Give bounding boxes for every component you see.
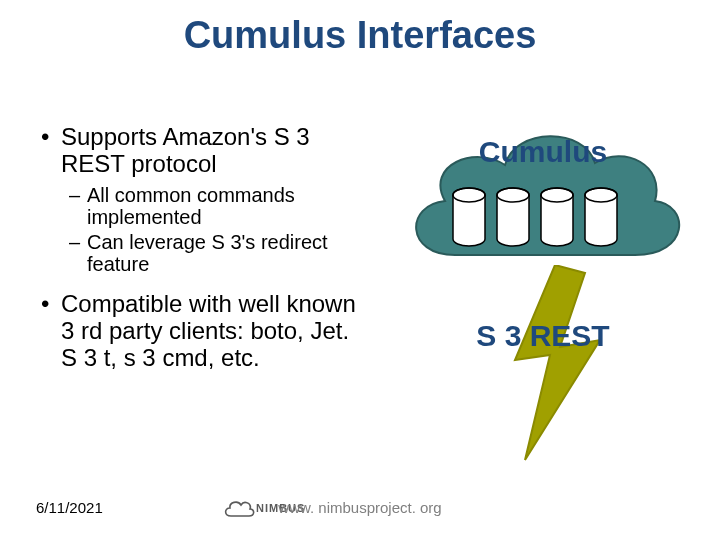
spacer bbox=[35, 277, 365, 291]
cylinder-icon bbox=[583, 187, 619, 247]
slide: Cumulus Interfaces Supports Amazon's S 3… bbox=[0, 0, 720, 540]
svg-marker-8 bbox=[515, 265, 600, 460]
cylinder-icon bbox=[495, 187, 531, 247]
diagram: Cumulus bbox=[395, 115, 691, 475]
bullet-level1: Compatible with well known 3 rd party cl… bbox=[35, 291, 365, 372]
s3-rest-label: S 3 REST bbox=[395, 319, 691, 353]
bullet-list: Supports Amazon's S 3 REST protocol All … bbox=[35, 124, 365, 378]
bullet-level2: Can leverage S 3's redirect feature bbox=[35, 231, 365, 276]
cloud-label: Cumulus bbox=[395, 135, 691, 169]
lightning-bolt-icon bbox=[495, 265, 615, 465]
cylinder-icon bbox=[451, 187, 487, 247]
bullet-level1: Supports Amazon's S 3 REST protocol bbox=[35, 124, 365, 178]
slide-title: Cumulus Interfaces bbox=[0, 14, 720, 57]
bullet-level2: All common commands implemented bbox=[35, 184, 365, 229]
cylinder-icon bbox=[539, 187, 575, 247]
cylinder-row bbox=[451, 187, 651, 247]
footer-url: www. nimbusproject. org bbox=[0, 499, 720, 516]
footer: 6/11/2021 NIMBUS www. nimbusproject. org bbox=[0, 486, 720, 522]
